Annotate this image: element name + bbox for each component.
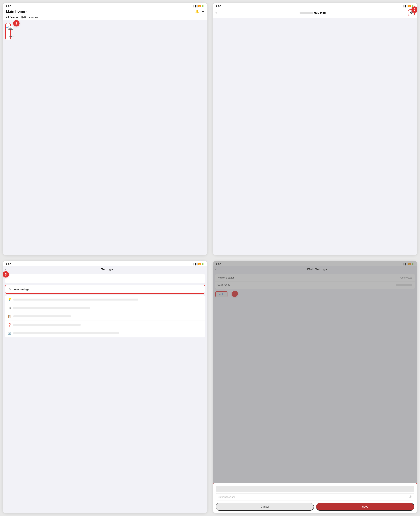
- nfc-item[interactable]: ⊕ ›: [5, 304, 205, 312]
- screen-2: 7:32 ▐▐▐ 📶 🔋 < Hub Mini ⚙ 2: [213, 3, 418, 255]
- header-icons: 🔔 +: [195, 10, 204, 14]
- chevron-down-icon[interactable]: ∨: [26, 10, 27, 13]
- status-bar-2: 7:32 ▐▐▐ 📶 🔋: [213, 3, 418, 8]
- screen2-header: < Hub Mini ⚙ 2: [213, 8, 418, 18]
- firmware-item[interactable]: 🔄 ›: [5, 329, 205, 337]
- password-placeholder: Enter password: [218, 495, 409, 498]
- wifi-settings-left: ≋ Wi-Fi Settings: [8, 288, 200, 291]
- tabs-row: All Devices 卧室 Bots Ne ⋮: [6, 15, 204, 20]
- indicator-left: 💡: [8, 298, 200, 301]
- wifi-settings-icon: ≋: [8, 288, 12, 291]
- indicator-icon: 💡: [8, 298, 12, 301]
- status-icons-1: ▐▐▐ 📶 🔋: [193, 5, 204, 7]
- wifi-icon: 📶: [198, 5, 201, 7]
- device-name-blurred: [8, 33, 8, 34]
- device-name-blurred-2: [300, 12, 313, 14]
- nfc-arrow: ›: [202, 307, 202, 309]
- device-card[interactable]: Online ☁: [5, 23, 11, 40]
- cloud-icon: ☁: [6, 25, 8, 29]
- wifi-settings-section: ≋ Wi-Fi Settings ›: [5, 285, 205, 294]
- more-tabs-icon[interactable]: ⋮: [201, 16, 204, 20]
- step-badge-2: 2: [411, 7, 417, 13]
- tab-bedroom[interactable]: 卧室: [21, 16, 26, 20]
- log-item[interactable]: 📋 ›: [5, 312, 205, 321]
- eye-icon[interactable]: [409, 495, 412, 499]
- status-time-1: 7:32: [6, 5, 11, 8]
- wifi-settings-label: Wi-Fi Settings: [14, 288, 29, 291]
- back-button-2[interactable]: <: [215, 11, 217, 15]
- wifi-icon-2: 📶: [408, 5, 411, 7]
- modal-buttons: Cancel Save: [216, 503, 414, 511]
- status-time-3: 7:32: [6, 263, 11, 266]
- battery-icon-3: 🔋: [202, 263, 204, 265]
- step-badge-3: 3: [3, 271, 9, 278]
- help-arrow: ›: [202, 324, 202, 326]
- screen2-title: Hub Mini: [314, 11, 326, 14]
- screen1-header: Main home ∨ 🔔 + All Devices 卧室 Bots Ne ⋮: [3, 8, 207, 20]
- save-button[interactable]: Save: [316, 503, 414, 511]
- cancel-button[interactable]: Cancel: [216, 503, 314, 511]
- status-icons-2: ▐▐▐ 📶 🔋: [403, 5, 414, 7]
- wifi-settings-arrow: ›: [201, 288, 202, 291]
- title-row: Main home ∨ 🔔 +: [6, 9, 204, 15]
- signal-icon-2: ▐▐▐: [403, 5, 407, 7]
- device-info-arrow: ›: [202, 277, 202, 280]
- main-home-title[interactable]: Main home ∨: [6, 9, 27, 14]
- screen3-header: < Settings: [3, 266, 207, 272]
- log-label-blurred: [13, 315, 71, 317]
- firmware-icon: 🔄: [8, 332, 12, 335]
- modal-overlay: Enter password Cancel Save: [213, 261, 418, 513]
- indicator-light-item[interactable]: 💡 ›: [5, 296, 205, 304]
- tab-all-devices[interactable]: All Devices: [6, 16, 18, 20]
- help-icon: ❓: [8, 323, 12, 327]
- firmware-left: 🔄: [8, 332, 200, 335]
- device-info-card[interactable]: ›: [5, 274, 205, 283]
- indicator-label-blurred: [13, 299, 138, 301]
- screen-1: 7:32 ▐▐▐ 📶 🔋 Main home ∨ 🔔 + All Devices…: [3, 3, 207, 255]
- wifi-icon-3: 📶: [198, 263, 201, 265]
- home-title-text: Main home: [6, 9, 25, 14]
- status-time-2: 7:32: [216, 5, 221, 8]
- signal-icon: ▐▐▐: [193, 5, 197, 7]
- nfc-label-blurred: [13, 307, 90, 309]
- status-icons-3: ▐▐▐ 📶 🔋: [193, 263, 204, 265]
- nfc-left: ⊕: [8, 306, 200, 310]
- device-status: Online: [8, 35, 8, 38]
- step-badge-1: 1: [13, 20, 20, 26]
- screen2-body: [213, 18, 418, 255]
- svg-rect-0: [8, 26, 13, 30]
- help-left: ❓: [8, 323, 200, 327]
- screen-4: 7:32 ▐▐▐ 📶 🔋 < Wi-Fi Settings Network St…: [213, 261, 418, 513]
- nfc-icon: ⊕: [8, 306, 12, 310]
- firmware-arrow: ›: [202, 332, 202, 335]
- log-left: 📋: [8, 315, 200, 318]
- add-icon[interactable]: +: [202, 10, 204, 14]
- wifi-settings-item[interactable]: ≋ Wi-Fi Settings ›: [5, 285, 205, 293]
- log-arrow: ›: [202, 315, 202, 318]
- firmware-label-blurred: [13, 332, 119, 334]
- log-icon: 📋: [8, 315, 12, 318]
- status-bar-1: 7:32 ▐▐▐ 📶 🔋: [3, 3, 207, 8]
- help-label-blurred: [13, 324, 81, 326]
- indicator-arrow: ›: [202, 298, 202, 301]
- modal-ssid-input[interactable]: [216, 486, 414, 492]
- battery-icon: 🔋: [202, 5, 204, 7]
- modal-sheet: Enter password Cancel Save: [213, 483, 418, 513]
- notification-icon[interactable]: 🔔: [195, 10, 199, 14]
- tab-bots[interactable]: Bots Ne: [29, 16, 38, 20]
- other-settings-section: 💡 › ⊕ › 📋 › ❓: [5, 296, 205, 337]
- screen-3: 7:32 ▐▐▐ 📶 🔋 < Settings › 3 ≋: [3, 261, 207, 513]
- settings-list: › 3 ≋ Wi-Fi Settings › 💡 ›: [3, 272, 207, 513]
- signal-icon-3: ▐▐▐: [193, 263, 197, 265]
- modal-password-row: Enter password: [216, 493, 414, 501]
- screen1-body: Online ☁ 1: [3, 20, 207, 255]
- back-button-3[interactable]: <: [5, 267, 7, 271]
- screen3-title: Settings: [9, 268, 205, 271]
- help-item[interactable]: ❓ ›: [5, 321, 205, 329]
- status-bar-3: 7:32 ▐▐▐ 📶 🔋: [3, 261, 207, 266]
